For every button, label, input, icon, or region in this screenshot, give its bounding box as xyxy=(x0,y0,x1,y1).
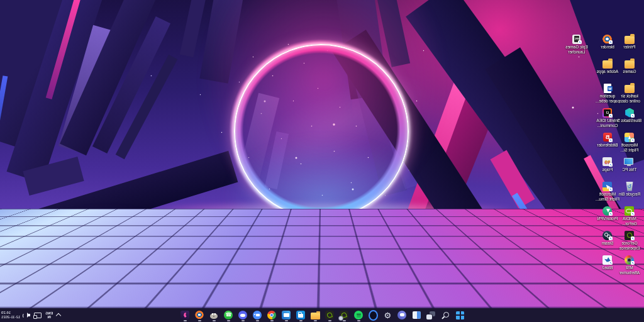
language-indicator[interactable]: ENGIN xyxy=(45,311,53,319)
folder-icon xyxy=(602,58,613,69)
hidden-icons-button[interactable] xyxy=(57,313,60,318)
clock[interactable]: 16:2912-11-2021 xyxy=(1,311,20,320)
search-icon xyxy=(441,311,450,320)
msi-afterburner-icon xyxy=(625,255,635,265)
mail-envelope-icon xyxy=(282,311,291,320)
tray-date: 12-11-2021 xyxy=(1,315,20,320)
taskbar-app-gimp[interactable] xyxy=(209,309,219,321)
chat-icon xyxy=(397,311,407,320)
folder-icon xyxy=(625,83,635,93)
video-camera-icon xyxy=(253,311,262,320)
bluestacks-icon xyxy=(625,108,635,118)
blender-icon xyxy=(195,311,204,320)
bitdefender-icon: B xyxy=(602,132,613,142)
desktop-icon-bitdefender[interactable]: BBitdefender xyxy=(594,132,621,148)
monitor-icon xyxy=(625,157,635,167)
gear-icon: ⚙ xyxy=(383,311,392,320)
network-button[interactable] xyxy=(34,313,42,318)
taskbar-app-settings[interactable]: ⚙ xyxy=(382,309,393,321)
nvidia-icon xyxy=(625,206,635,216)
tray-time: 16:29 xyxy=(1,311,20,316)
taskbar-app-microsoft-store[interactable] xyxy=(296,309,306,321)
word-document-icon xyxy=(602,83,613,93)
language-line2: IN xyxy=(45,315,53,319)
geforce-badge-icon xyxy=(340,311,349,320)
desktop-icon-label: IntelliJ IDEA Communi... xyxy=(594,118,621,128)
game-icon xyxy=(180,311,190,320)
discord-icon xyxy=(238,311,248,320)
protonvpn-icon xyxy=(602,206,613,216)
intellij-icon xyxy=(602,108,613,118)
network-icon xyxy=(34,313,42,318)
windows-logo-icon xyxy=(455,311,465,320)
taskbar-app-file-explorer[interactable] xyxy=(310,309,321,321)
fraps-icon: 99 xyxy=(602,157,613,167)
folder-icon xyxy=(625,34,635,44)
gimp-icon xyxy=(209,311,219,320)
desktop-icon-steam[interactable]: Steam xyxy=(594,230,621,246)
desktop-icon-bluej[interactable]: BlueJ xyxy=(594,255,621,270)
taskbar-app-mail[interactable] xyxy=(281,309,292,321)
flight-simulator-icon xyxy=(625,132,635,142)
ring-app-icon xyxy=(369,311,378,320)
geforce-icon xyxy=(625,230,635,240)
flight-simulator-shortcut-icon xyxy=(602,181,613,191)
taskbar-app-discord[interactable] xyxy=(238,309,248,321)
start-button[interactable] xyxy=(455,309,465,321)
speaker-icon xyxy=(24,312,30,318)
system-tray: ENGIN 16:2912-11-2021 xyxy=(1,308,60,322)
taskbar-app-whatsapp[interactable]: ☎ xyxy=(223,309,234,321)
widgets-icon xyxy=(412,311,421,320)
task-view-icon xyxy=(426,311,436,320)
geforce-icon xyxy=(325,311,335,320)
desktop-icon-label: BlueJ xyxy=(594,265,621,270)
desktop-icon-label: Epic Games Launcher xyxy=(564,45,590,54)
chevron-up-icon xyxy=(56,313,61,318)
desktop-icon-protonvpn[interactable]: ProtonVPN xyxy=(594,206,621,221)
desktop-icon-intellij-idea[interactable]: IntelliJ IDEA Communi... xyxy=(594,108,621,128)
recycle-bin-icon: ↻ xyxy=(625,181,635,191)
store-bag-icon xyxy=(296,311,306,320)
desktop-icon-label: blender xyxy=(594,45,621,50)
chat-button[interactable] xyxy=(397,309,408,321)
folder-icon xyxy=(311,311,320,320)
taskbar-app-row: ⚙ ☎ xyxy=(180,308,465,322)
desktop-icon-label: ProtonVPN xyxy=(594,216,621,221)
blender-icon xyxy=(602,34,613,44)
taskbar-app-geforce[interactable] xyxy=(325,309,335,321)
widgets-button[interactable] xyxy=(411,309,422,321)
desktop-icon-fraps[interactable]: 99Fraps xyxy=(594,157,621,172)
desktop-screen: Printer Games kartick sir online class B… xyxy=(0,0,644,322)
taskbar: ⚙ ☎ ENGIN 16:2912- xyxy=(0,308,644,322)
folder-icon xyxy=(625,58,635,69)
desktop-icon-epic-games-launcher[interactable]: Epic Games Launcher xyxy=(564,34,590,54)
desktop-icon-blender[interactable]: blender xyxy=(594,34,621,50)
chrome-icon xyxy=(267,311,277,320)
desktop-icon-label: question paper debe... xyxy=(594,94,621,103)
desktop-icon-label: Bitdefender xyxy=(594,143,621,148)
epic-games-icon xyxy=(572,34,582,44)
spotify-icon xyxy=(354,311,364,320)
taskbar-app-ring[interactable] xyxy=(368,309,379,321)
desktop-icon-question-paper[interactable]: question paper debe... xyxy=(594,83,621,103)
search-button[interactable] xyxy=(440,309,451,321)
mirrored-ui-layer: Printer Games kartick sir online class B… xyxy=(0,0,644,322)
desktop-icon-label: Adobe apps xyxy=(594,69,621,74)
desktop-icon-label: Steam xyxy=(594,241,621,246)
desktop-icon-adobe-apps[interactable]: Adobe apps xyxy=(594,58,621,74)
task-view-button[interactable] xyxy=(426,309,436,321)
phone-icon: ☎ xyxy=(224,311,233,320)
taskbar-app-spotify[interactable] xyxy=(353,309,364,321)
taskbar-app-chrome[interactable] xyxy=(267,309,277,321)
volume-button[interactable] xyxy=(24,312,30,318)
taskbar-app-game[interactable] xyxy=(180,309,191,321)
bluej-icon xyxy=(602,255,613,265)
desktop-icon-label: Microsoft Flight Simu... xyxy=(594,192,621,201)
steam-icon xyxy=(602,230,613,240)
desktop-icon-label: Fraps xyxy=(594,167,621,172)
taskbar-app-geforce-update[interactable] xyxy=(339,309,350,321)
taskbar-app-zoom[interactable] xyxy=(252,309,263,321)
desktop-icon-microsoft-flight-simu[interactable]: Microsoft Flight Simu... xyxy=(594,181,621,201)
taskbar-app-blender[interactable] xyxy=(194,309,205,321)
